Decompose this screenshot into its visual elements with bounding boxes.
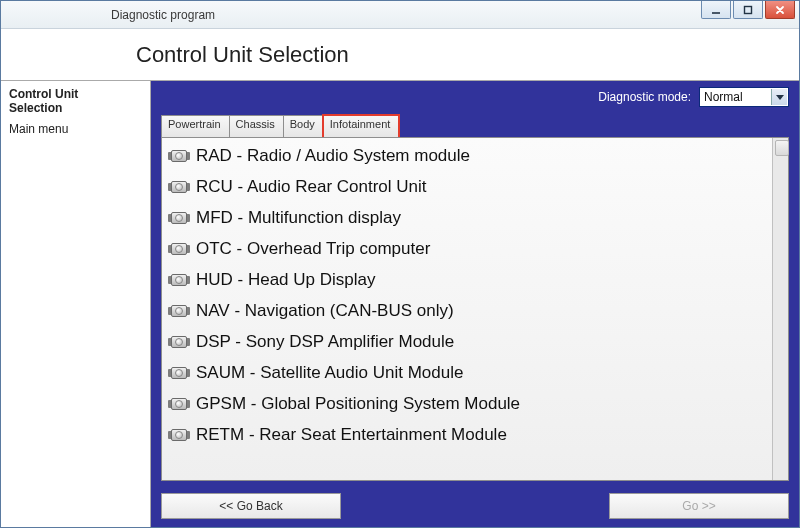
ecu-module-icon <box>168 334 190 350</box>
breadcrumb-current-l2: Selection <box>9 101 142 115</box>
window-title: Diagnostic program <box>111 8 215 22</box>
close-icon <box>774 4 786 16</box>
tab-body[interactable]: Body <box>284 115 324 137</box>
client-area: Control Unit Selection Main menu Diagnos… <box>1 81 799 527</box>
list-item[interactable]: MFD - Multifunction display <box>162 202 772 233</box>
list-item-label: DSP - Sony DSP Amplifier Module <box>196 332 454 352</box>
list-item-label: RETM - Rear Seat Entertainment Module <box>196 425 507 445</box>
list-item-label: NAV - Navigation (CAN-BUS only) <box>196 301 454 321</box>
list-item[interactable]: RETM - Rear Seat Entertainment Module <box>162 419 772 450</box>
close-button[interactable] <box>765 1 795 19</box>
tabstrip: Powertrain Chassis Body Infotainment <box>161 115 789 137</box>
go-forward-button[interactable]: Go >> <box>609 493 789 519</box>
list-item-label: OTC - Overhead Trip computer <box>196 239 430 259</box>
ecu-module-icon <box>168 148 190 164</box>
chevron-down-icon <box>771 89 787 105</box>
ecu-module-icon <box>168 427 190 443</box>
list-item-label: RAD - Radio / Audio System module <box>196 146 470 166</box>
list-item[interactable]: GPSM - Global Positioning System Module <box>162 388 772 419</box>
list-item[interactable]: NAV - Navigation (CAN-BUS only) <box>162 295 772 326</box>
minimize-button[interactable] <box>701 1 731 19</box>
module-card: Powertrain Chassis Body Infotainment RAD… <box>161 115 789 481</box>
list-item-label: SAUM - Satellite Audio Unit Module <box>196 363 463 383</box>
app-window: Diagnostic program Control Unit Selectio… <box>0 0 800 528</box>
list-item-label: GPSM - Global Positioning System Module <box>196 394 520 414</box>
titlebar: Diagnostic program <box>1 1 799 29</box>
ecu-module-icon <box>168 365 190 381</box>
diagnostic-mode-select[interactable]: Normal <box>699 87 789 107</box>
diagnostic-mode-value: Normal <box>704 90 743 104</box>
tab-label: Chassis <box>236 118 275 130</box>
page-title: Control Unit Selection <box>136 42 349 68</box>
tab-chassis[interactable]: Chassis <box>230 115 284 137</box>
main-panel: Diagnostic mode: Normal Powertrain Chass… <box>151 81 799 527</box>
breadcrumb-current-l1: Control Unit <box>9 87 142 101</box>
list-item[interactable]: RAD - Radio / Audio System module <box>162 140 772 171</box>
ecu-module-icon <box>168 303 190 319</box>
module-list: RAD - Radio / Audio System moduleRCU - A… <box>162 138 772 480</box>
list-item-label: HUD - Head Up Display <box>196 270 376 290</box>
list-item[interactable]: HUD - Head Up Display <box>162 264 772 295</box>
list-item-label: MFD - Multifunction display <box>196 208 401 228</box>
window-buttons <box>699 1 795 19</box>
minimize-icon <box>710 4 722 16</box>
list-item-label: RCU - Audio Rear Control Unit <box>196 177 427 197</box>
module-list-frame: RAD - Radio / Audio System moduleRCU - A… <box>161 137 789 481</box>
page-header: Control Unit Selection <box>1 29 799 81</box>
list-item[interactable]: DSP - Sony DSP Amplifier Module <box>162 326 772 357</box>
ecu-module-icon <box>168 272 190 288</box>
footer-buttons: << Go Back Go >> <box>151 487 799 527</box>
vertical-scrollbar[interactable] <box>772 138 788 480</box>
list-item[interactable]: SAUM - Satellite Audio Unit Module <box>162 357 772 388</box>
tab-label: Body <box>290 118 315 130</box>
breadcrumb-sidebar: Control Unit Selection Main menu <box>1 81 151 527</box>
diagnostic-mode-label: Diagnostic mode: <box>598 90 691 104</box>
go-back-button[interactable]: << Go Back <box>161 493 341 519</box>
maximize-button[interactable] <box>733 1 763 19</box>
ecu-module-icon <box>168 179 190 195</box>
ecu-module-icon <box>168 396 190 412</box>
go-back-label: << Go Back <box>219 499 282 513</box>
tab-label: Powertrain <box>168 118 221 130</box>
tab-label: Infotainment <box>330 118 391 130</box>
ecu-module-icon <box>168 210 190 226</box>
list-item[interactable]: OTC - Overhead Trip computer <box>162 233 772 264</box>
diagnostic-mode-row: Diagnostic mode: Normal <box>151 81 799 115</box>
ecu-module-icon <box>168 241 190 257</box>
svg-rect-1 <box>745 6 752 13</box>
titlebar-icon-placeholder <box>1 1 111 28</box>
maximize-icon <box>742 4 754 16</box>
go-forward-label: Go >> <box>682 499 715 513</box>
list-item[interactable]: RCU - Audio Rear Control Unit <box>162 171 772 202</box>
tab-powertrain[interactable]: Powertrain <box>161 115 230 137</box>
tab-infotainment[interactable]: Infotainment <box>324 115 400 137</box>
breadcrumb-main-menu[interactable]: Main menu <box>9 122 142 136</box>
